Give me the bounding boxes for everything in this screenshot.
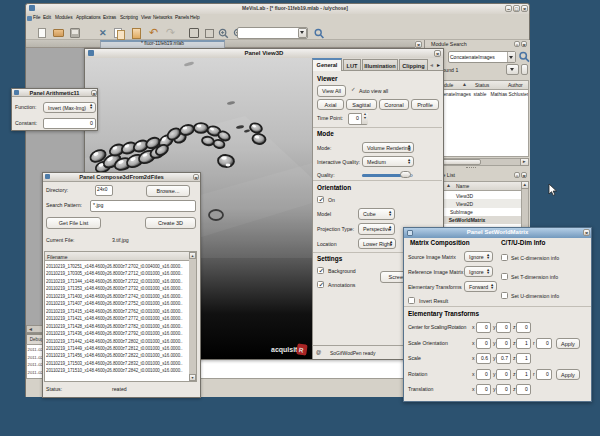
svg-text:acquisit: acquisit [271, 346, 298, 354]
